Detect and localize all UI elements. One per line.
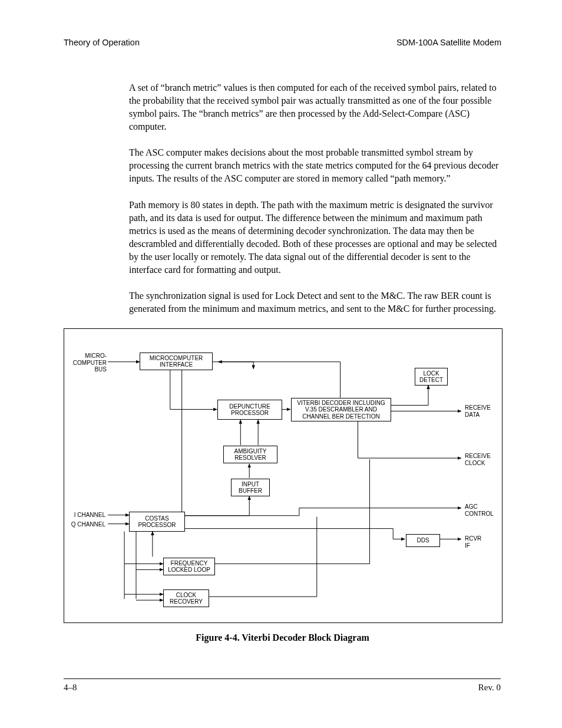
body-text: A set of “branch metric” values is then … (129, 81, 501, 315)
footer-page-number: 4–8 (64, 683, 77, 693)
paragraph-4: The synchronization signal is used for L… (129, 289, 501, 315)
label-i-channel: I CHANNEL (68, 512, 105, 519)
box-input-buffer: INPUT BUFFER (231, 479, 270, 496)
header-left: Theory of Operation (64, 38, 140, 47)
footer-revision: Rev. 0 (478, 683, 501, 693)
label-rcvr-if: RCVR IF (465, 535, 481, 549)
box-depuncture-processor: DEPUNCTURE PROCESSOR (217, 400, 282, 420)
page-header: Theory of Operation SDM-100A Satellite M… (64, 38, 501, 47)
viterbi-decoder-diagram: MICRO- COMPUTER BUS I CHANNEL Q CHANNEL … (64, 328, 503, 623)
header-right: SDM-100A Satellite Modem (396, 38, 501, 47)
box-costas-processor: COSTAS PROCESSOR (129, 512, 185, 532)
label-agc-control: AGC CONTROL (465, 503, 494, 517)
label-q-channel: Q CHANNEL (68, 521, 105, 528)
box-lock-detect: LOCK DETECT (415, 368, 448, 386)
paragraph-1: A set of “branch metric” values is then … (129, 81, 501, 133)
box-frequency-locked-loop: FREQUENCY LOCKED LOOP (163, 558, 215, 575)
box-ambiguity-resolver: AMBIGUITY RESOLVER (223, 446, 277, 463)
box-dds: DDS (406, 534, 440, 547)
label-micro-computer-bus: MICRO- COMPUTER BUS (68, 353, 107, 373)
label-receive-data: RECEIVE DATA (465, 404, 491, 418)
page-footer: 4–8 Rev. 0 (64, 678, 501, 693)
paragraph-2: The ASC computer makes decisions about t… (129, 146, 501, 185)
box-viterbi-decoder: VITERBI DECODER INCLUDING V.35 DESCRAMBL… (291, 398, 391, 421)
label-receive-clock: RECEIVE CLOCK (465, 453, 491, 466)
paragraph-3: Path memory is 80 states in depth. The p… (129, 199, 501, 276)
figure-caption: Figure 4-4. Viterbi Decoder Block Diagra… (64, 633, 501, 643)
box-clock-recovery: CLOCK RECOVERY (163, 589, 209, 607)
box-microcomputer-interface: MICROCOMPUTER INTERFACE (140, 353, 213, 370)
